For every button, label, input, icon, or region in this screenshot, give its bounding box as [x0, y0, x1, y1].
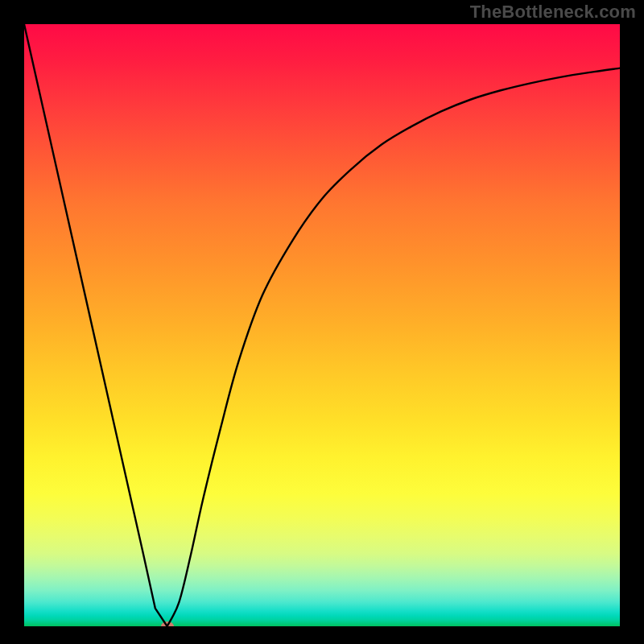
plot-area — [24, 24, 620, 626]
watermark-text: TheBottleneck.com — [470, 2, 636, 23]
bottleneck-curve — [24, 24, 620, 626]
chart-frame: TheBottleneck.com — [0, 0, 644, 644]
